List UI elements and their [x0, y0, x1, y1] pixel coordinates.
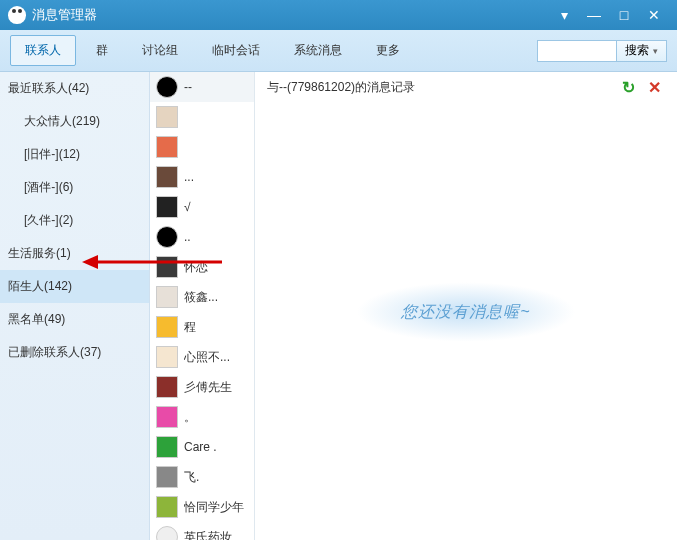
- empty-state-text: 您还没有消息喔~: [356, 282, 576, 342]
- contact-row-9[interactable]: 心照不...: [150, 342, 254, 372]
- avatar: [156, 496, 178, 518]
- avatar: [156, 166, 178, 188]
- refresh-button[interactable]: ↻: [617, 76, 639, 98]
- contact-name: 彡傅先生: [184, 379, 232, 396]
- category-column: 最近联系人(42)大众情人(219)[旧伴-](12)[酒伴-](6)[久伴-]…: [0, 72, 150, 540]
- category-item-7[interactable]: 黑名单(49): [0, 303, 149, 336]
- contact-name: √: [184, 200, 191, 214]
- contact-row-3[interactable]: ...: [150, 162, 254, 192]
- navbar: 联系人群讨论组临时会话系统消息更多 搜索: [0, 30, 677, 72]
- contact-column: --...√..怀恋筱鑫...程心照不...彡傅先生。Care .飞.恰同学少年…: [150, 72, 255, 540]
- contact-name: 飞.: [184, 469, 199, 486]
- avatar: [156, 226, 178, 248]
- contact-name: --: [184, 80, 192, 94]
- contact-row-2[interactable]: [150, 132, 254, 162]
- content-header-title: 与--(779861202)的消息记录: [267, 79, 613, 96]
- qq-penguin-icon: [8, 6, 26, 24]
- avatar: [156, 436, 178, 458]
- category-item-1[interactable]: 大众情人(219): [0, 105, 149, 138]
- search-input[interactable]: [537, 40, 617, 62]
- nav-tab-5[interactable]: 更多: [362, 36, 414, 65]
- contact-name: 英氏药妆: [184, 529, 232, 541]
- nav-tab-3[interactable]: 临时会话: [198, 36, 274, 65]
- nav-tab-1[interactable]: 群: [82, 36, 122, 65]
- maximize-button[interactable]: □: [609, 0, 639, 30]
- avatar: [156, 136, 178, 158]
- contact-row-12[interactable]: Care .: [150, 432, 254, 462]
- contact-name: 筱鑫...: [184, 289, 218, 306]
- contact-row-1[interactable]: [150, 102, 254, 132]
- contact-row-4[interactable]: √: [150, 192, 254, 222]
- avatar: [156, 346, 178, 368]
- search-button[interactable]: 搜索: [617, 40, 667, 62]
- content-header: 与--(779861202)的消息记录 ↻ ✕: [255, 72, 677, 102]
- contact-row-11[interactable]: 。: [150, 402, 254, 432]
- category-item-2[interactable]: [旧伴-](12): [0, 138, 149, 171]
- contact-row-7[interactable]: 筱鑫...: [150, 282, 254, 312]
- contact-name: Care .: [184, 440, 217, 454]
- content-column: 与--(779861202)的消息记录 ↻ ✕ 您还没有消息喔~: [255, 72, 677, 540]
- avatar: [156, 376, 178, 398]
- avatar: [156, 76, 178, 98]
- avatar: [156, 316, 178, 338]
- contact-name: ..: [184, 230, 191, 244]
- contact-name: 怀恋: [184, 259, 208, 276]
- category-item-0[interactable]: 最近联系人(42): [0, 72, 149, 105]
- search-wrap: 搜索: [537, 40, 667, 62]
- avatar: [156, 106, 178, 128]
- nav-tabs: 联系人群讨论组临时会话系统消息更多: [10, 35, 414, 66]
- avatar: [156, 256, 178, 278]
- avatar: [156, 196, 178, 218]
- contact-row-10[interactable]: 彡傅先生: [150, 372, 254, 402]
- contact-name: 心照不...: [184, 349, 230, 366]
- category-item-6[interactable]: 陌生人(142): [0, 270, 149, 303]
- contact-name: 。: [184, 409, 196, 426]
- nav-tab-0[interactable]: 联系人: [10, 35, 76, 66]
- avatar: [156, 526, 178, 540]
- category-item-8[interactable]: 已删除联系人(37): [0, 336, 149, 369]
- category-item-4[interactable]: [久伴-](2): [0, 204, 149, 237]
- titlebar: 消息管理器 ▾ ― □ ✕: [0, 0, 677, 30]
- contact-name: ...: [184, 170, 194, 184]
- close-button[interactable]: ✕: [639, 0, 669, 30]
- nav-tab-2[interactable]: 讨论组: [128, 36, 192, 65]
- contact-row-5[interactable]: ..: [150, 222, 254, 252]
- avatar: [156, 406, 178, 428]
- category-item-3[interactable]: [酒伴-](6): [0, 171, 149, 204]
- search-button-label: 搜索: [625, 42, 649, 59]
- contact-row-13[interactable]: 飞.: [150, 462, 254, 492]
- contact-row-8[interactable]: 程: [150, 312, 254, 342]
- dropdown-button[interactable]: ▾: [549, 0, 579, 30]
- contact-row-0[interactable]: --: [150, 72, 254, 102]
- contact-row-14[interactable]: 恰同学少年: [150, 492, 254, 522]
- avatar: [156, 286, 178, 308]
- window-title: 消息管理器: [32, 6, 97, 24]
- contact-name: 程: [184, 319, 196, 336]
- avatar: [156, 466, 178, 488]
- delete-button[interactable]: ✕: [643, 76, 665, 98]
- empty-state: 您还没有消息喔~: [356, 282, 576, 342]
- contact-name: 恰同学少年: [184, 499, 244, 516]
- contact-row-15[interactable]: 英氏药妆: [150, 522, 254, 540]
- minimize-button[interactable]: ―: [579, 0, 609, 30]
- nav-tab-4[interactable]: 系统消息: [280, 36, 356, 65]
- main: 最近联系人(42)大众情人(219)[旧伴-](12)[酒伴-](6)[久伴-]…: [0, 72, 677, 540]
- category-item-5[interactable]: 生活服务(1): [0, 237, 149, 270]
- contact-row-6[interactable]: 怀恋: [150, 252, 254, 282]
